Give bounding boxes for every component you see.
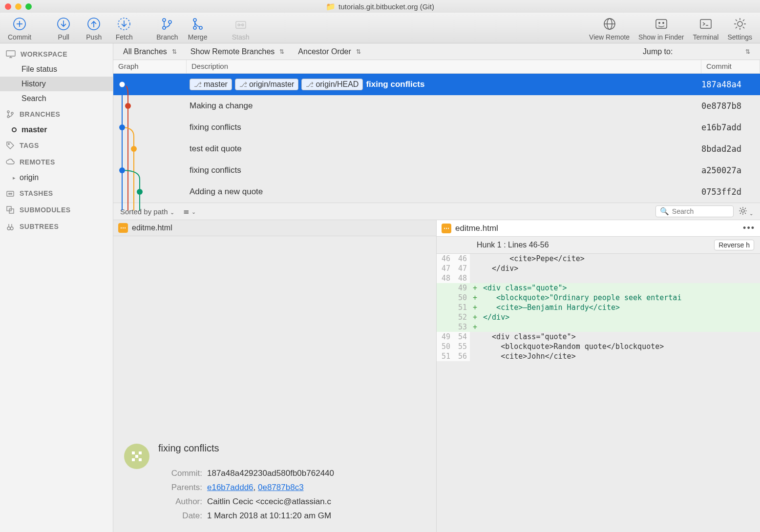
view-mode-dropdown[interactable]: ≣ ⌄ (183, 207, 196, 216)
branch-tag[interactable]: ⎇master (190, 79, 232, 90)
show-in-finder-button[interactable]: Show in Finder (635, 16, 687, 41)
svg-point-32 (7, 116, 9, 118)
stash-button[interactable]: Stash (227, 16, 254, 41)
diff-line[interactable]: 5055 <blockquote>Random quote</blockquot… (437, 342, 760, 351)
commit-button[interactable]: Commit (5, 16, 34, 41)
svg-point-10 (163, 26, 166, 29)
sort-dropdown[interactable]: Sorted by path ⌄ (120, 207, 174, 216)
diff-line[interactable]: 52+</div> (437, 312, 760, 322)
parent-link-2[interactable]: 0e8787b8c3 (258, 483, 304, 492)
diff-line[interactable]: 49+<div class="quote"> (437, 283, 760, 293)
col-description[interactable]: Description (187, 60, 701, 73)
svg-rect-54 (132, 458, 135, 461)
terminal-button[interactable]: Terminal (690, 16, 722, 41)
commit-author: Caitlin Cecic <ccecic@atlassian.c (207, 495, 426, 509)
settings-button[interactable]: Settings (724, 16, 755, 41)
diff-content[interactable]: 4646 <cite>Pepe</cite>4747 </div>4848 49… (437, 254, 760, 532)
sidebar-remote-origin[interactable]: ▸ origin (0, 170, 113, 185)
sidebar-section-subtrees[interactable]: SUBTREES (0, 218, 113, 235)
fetch-button[interactable]: Fetch (110, 16, 138, 41)
pull-button[interactable]: Pull (50, 16, 77, 41)
commit-msg: test edit quote (190, 144, 242, 154)
file-header-left[interactable]: ⋯ editme.html (113, 220, 436, 236)
commit-row[interactable]: ⎇master⎇origin/master⎇origin/HEADfixing … (113, 74, 760, 95)
commit-row[interactable]: Making a change0e8787b8 (113, 95, 760, 117)
commit-row[interactable]: test edit quote8bdad2ad (113, 138, 760, 160)
sidebar-section-remotes[interactable]: REMOTES (0, 154, 113, 170)
parent-link-1[interactable]: e16b7addd6 (207, 483, 253, 492)
commit-hash: 187a48a429230ad580fb0b762440 (207, 467, 426, 481)
col-commit[interactable]: Commit (701, 60, 760, 73)
file-modified-icon: ⋯ (442, 224, 451, 233)
filter-all-branches[interactable]: All Branches⇅ (123, 47, 177, 56)
svg-point-41 (10, 227, 13, 230)
reverse-hunk-button[interactable]: Reverse h (714, 240, 754, 250)
branch-icon: ⎇ (194, 81, 202, 88)
commit-short-hash: a250027a (701, 165, 760, 175)
branch-icon: ⎇ (239, 81, 247, 88)
diff-line[interactable]: 4848 (437, 273, 760, 283)
sidebar-section-branches[interactable]: BRANCHES (0, 106, 113, 123)
label-date: Date: (158, 509, 202, 523)
sidebar: WORKSPACE File status History Search BRA… (0, 43, 113, 532)
filter-ancestor-order[interactable]: Ancestor Order⇅ (298, 47, 360, 56)
diff-line[interactable]: 4747 </div> (437, 264, 760, 273)
more-icon[interactable]: ••• (743, 223, 755, 233)
diff-line[interactable]: 51+ <cite>—Benjamin Hardy</cite> (437, 303, 760, 312)
sidebar-section-stashes[interactable]: STASHES (0, 185, 113, 202)
branch-icon: ⎇ (306, 81, 314, 88)
push-button[interactable]: Push (80, 16, 107, 41)
sidebar-item-search[interactable]: Search (0, 91, 113, 106)
push-icon (86, 17, 101, 31)
svg-point-31 (7, 111, 9, 113)
sidebar-section-tags[interactable]: TAGS (0, 137, 113, 154)
diff-line[interactable]: 4954 <div class="quote"> (437, 332, 760, 342)
svg-rect-56 (135, 455, 138, 458)
diff-line[interactable]: 53+ (437, 322, 760, 332)
merge-button[interactable]: Merge (184, 16, 211, 41)
branch-tag[interactable]: ⎇origin/HEAD (301, 79, 363, 90)
commit-row[interactable]: Adding a new quote0753ff2d (113, 181, 760, 203)
sidebar-item-history[interactable]: History (0, 77, 113, 91)
hunk-header: Hunk 1 : Lines 46-56 Reverse h (437, 237, 760, 254)
branch-tag[interactable]: ⎇origin/master (235, 79, 298, 90)
col-graph[interactable]: Graph (113, 60, 187, 73)
sidebar-section-workspace[interactable]: WORKSPACE (0, 46, 113, 62)
chevron-down-icon: ⌄ (749, 211, 753, 216)
sidebar-item-file-status[interactable]: File status (0, 62, 113, 77)
commit-row[interactable]: fixing conflictse16b7add (113, 117, 760, 138)
branch-icon (160, 17, 174, 31)
diff-line[interactable]: 5156 <cite>John</cite> (437, 351, 760, 361)
commit-short-hash: 187a48a4 (701, 80, 760, 89)
svg-point-13 (193, 26, 196, 29)
gear-icon (739, 206, 747, 215)
svg-point-34 (8, 143, 9, 144)
globe-icon (602, 17, 617, 31)
view-remote-button[interactable]: View Remote (586, 16, 633, 41)
sidebar-branch-master[interactable]: master (0, 123, 113, 137)
file-name: editme.html (132, 224, 172, 232)
commit-msg: Adding a new quote (190, 187, 263, 197)
label-author: Author: (158, 495, 202, 509)
diff-search[interactable]: 🔍 (655, 205, 734, 217)
diff-line[interactable]: 4646 <cite>Pepe</cite> (437, 254, 760, 264)
diff-settings[interactable]: ⌄ (739, 206, 753, 217)
monitor-icon (6, 50, 16, 58)
sidebar-section-submodules[interactable]: SUBMODULES (0, 202, 113, 218)
filter-jump-to[interactable]: Jump to:⇅ (643, 47, 750, 56)
diff-pane: ⋯ editme.html ••• Hunk 1 : Lines 46-56 R… (437, 220, 760, 532)
branch-button[interactable]: Branch (153, 16, 181, 41)
chevron-right-icon: ▸ (13, 175, 16, 181)
stash-icon (6, 189, 15, 198)
diff-search-input[interactable] (672, 207, 729, 215)
svg-point-33 (11, 112, 13, 114)
commit-row[interactable]: fixing conflictsa250027a (113, 160, 760, 181)
diff-line[interactable]: 50+ <blockquote>"Ordinary people seek en… (437, 293, 760, 303)
commit-message: fixing conflicts (158, 443, 426, 454)
commit-msg: fixing conflicts (190, 123, 241, 132)
commits-header: Graph Description Commit (113, 60, 760, 74)
chevron-updown-icon: ⇅ (279, 48, 284, 55)
svg-point-24 (663, 22, 664, 23)
chevron-down-icon: ⌄ (191, 209, 196, 215)
filter-show-remote[interactable]: Show Remote Branches⇅ (190, 47, 285, 56)
